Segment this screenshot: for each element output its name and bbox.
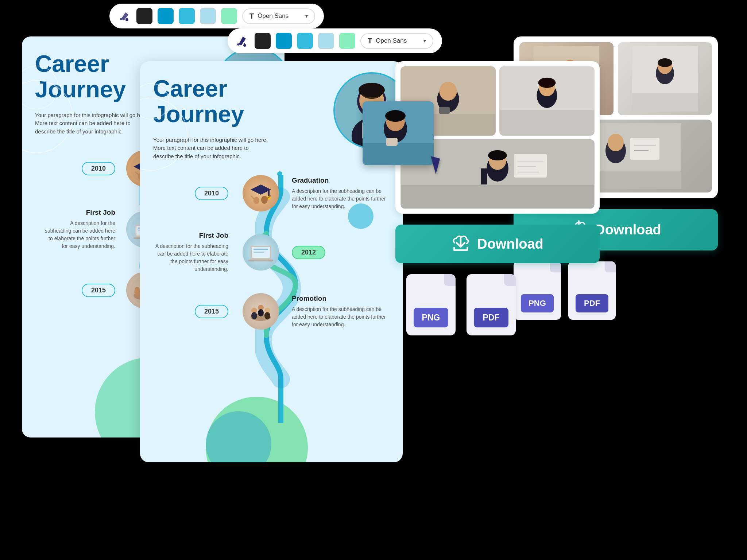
chevron-icon: ▾ bbox=[423, 38, 426, 44]
font-t-icon: T bbox=[368, 37, 372, 45]
svg-marker-63 bbox=[251, 184, 271, 195]
color-swatch-lightblue[interactable] bbox=[179, 8, 195, 24]
svg-rect-99 bbox=[514, 154, 547, 178]
svg-point-77 bbox=[251, 312, 257, 319]
main-container: T Open Sans ▾ bbox=[118, 25, 629, 535]
graduation-text-cell: Graduation A description for the subhead… bbox=[285, 176, 390, 210]
svg-point-55 bbox=[237, 43, 239, 46]
swatch-green[interactable] bbox=[339, 33, 355, 49]
toolbar-bar: T Open Sans ▾ bbox=[228, 28, 442, 53]
font-t-icon: T bbox=[249, 12, 254, 20]
download-button-label: Download bbox=[477, 236, 543, 252]
svg-rect-38 bbox=[632, 93, 698, 112]
color-swatch-blue[interactable] bbox=[158, 8, 174, 24]
svg-point-96 bbox=[488, 150, 507, 160]
floating-overlay-img bbox=[363, 101, 434, 165]
svg-point-107 bbox=[385, 110, 406, 122]
color-swatch-black[interactable] bbox=[136, 8, 152, 24]
pdf-format-btn[interactable]: PDF bbox=[467, 274, 516, 335]
swatch-blue[interactable] bbox=[276, 33, 292, 49]
svg-point-61 bbox=[359, 83, 385, 97]
svg-rect-88 bbox=[500, 110, 595, 136]
meeting-circle-img bbox=[243, 293, 279, 330]
svg-rect-74 bbox=[253, 252, 264, 253]
graduation-circle-img bbox=[243, 175, 279, 211]
color-swatch-paleblue[interactable] bbox=[200, 8, 216, 24]
font-selector[interactable]: T Open Sans ▾ bbox=[242, 8, 315, 24]
paint-bucket-icon[interactable] bbox=[236, 34, 249, 47]
svg-point-91 bbox=[538, 78, 556, 88]
svg-point-66 bbox=[253, 197, 259, 204]
font-selector-btn[interactable]: T Open Sans ▾ bbox=[360, 33, 433, 49]
download-cloud-icon bbox=[452, 235, 470, 253]
svg-point-81 bbox=[264, 312, 270, 319]
toolbar: T Open Sans ▾ bbox=[109, 4, 324, 28]
tl-row-firstjob: First Job A description for the subheadi… bbox=[153, 232, 390, 273]
svg-rect-104 bbox=[363, 143, 434, 165]
swatch-cyan[interactable] bbox=[297, 33, 313, 49]
swatch-black[interactable] bbox=[255, 33, 271, 49]
svg-point-79 bbox=[258, 309, 264, 316]
chevron-down-icon: ▾ bbox=[305, 13, 308, 19]
laptop-circle-img bbox=[243, 234, 279, 271]
svg-line-68 bbox=[251, 196, 255, 199]
timeline-year-2015: 2015 bbox=[42, 284, 123, 297]
download-action-button[interactable]: Download bbox=[395, 225, 600, 263]
color-swatch-green[interactable] bbox=[221, 8, 237, 24]
svg-rect-46 bbox=[630, 138, 659, 160]
page-corner-png bbox=[444, 274, 456, 286]
year-2015-cell: 2015 bbox=[153, 305, 237, 318]
img-meeting-cell bbox=[237, 293, 285, 330]
paint-bucket-icon[interactable] bbox=[118, 9, 131, 23]
svg-rect-93 bbox=[401, 185, 594, 209]
file-format-buttons: PNG PDF bbox=[395, 274, 600, 335]
image-cell-topright bbox=[618, 42, 712, 115]
img-grad-cell bbox=[237, 175, 285, 211]
pdf-badge-label: PDF bbox=[474, 308, 508, 327]
svg-rect-98 bbox=[481, 168, 487, 184]
font-name-label: Open Sans bbox=[258, 12, 289, 20]
image-grid bbox=[395, 61, 600, 214]
png-badge-label: PNG bbox=[414, 308, 448, 327]
right-panel-area: Download PNG PDF bbox=[395, 61, 600, 335]
page-corner-pdf bbox=[504, 274, 516, 286]
timeline-year-2010: 2010 bbox=[42, 162, 123, 175]
tl-row-2010: 2010 bbox=[153, 175, 390, 211]
tl-row-promotion: 2015 bbox=[153, 293, 390, 330]
svg-rect-73 bbox=[253, 249, 268, 250]
year-2010-cell: 2010 bbox=[153, 187, 237, 200]
year-2012-cell: 2012 bbox=[285, 246, 390, 259]
timeline-desc-firstjob: First Job A description for the subheadi… bbox=[42, 209, 123, 250]
svg-rect-108 bbox=[386, 138, 398, 146]
svg-point-85 bbox=[440, 82, 457, 101]
timeline-area: 2010 bbox=[153, 175, 390, 330]
grid-img-tr bbox=[499, 66, 595, 136]
svg-rect-86 bbox=[439, 107, 450, 114]
svg-point-41 bbox=[658, 58, 672, 67]
img-laptop-cell bbox=[237, 234, 285, 271]
svg-rect-72 bbox=[248, 260, 273, 261]
svg-point-67 bbox=[261, 196, 268, 204]
promotion-text-cell: Promotion A description for the subheadi… bbox=[285, 295, 390, 328]
png-format-btn[interactable]: PNG bbox=[406, 274, 456, 335]
swatch-pale[interactable] bbox=[318, 33, 334, 49]
font-name-text: Open Sans bbox=[376, 37, 407, 44]
firstjob-text-cell: First Job A description for the subheadi… bbox=[153, 232, 237, 273]
